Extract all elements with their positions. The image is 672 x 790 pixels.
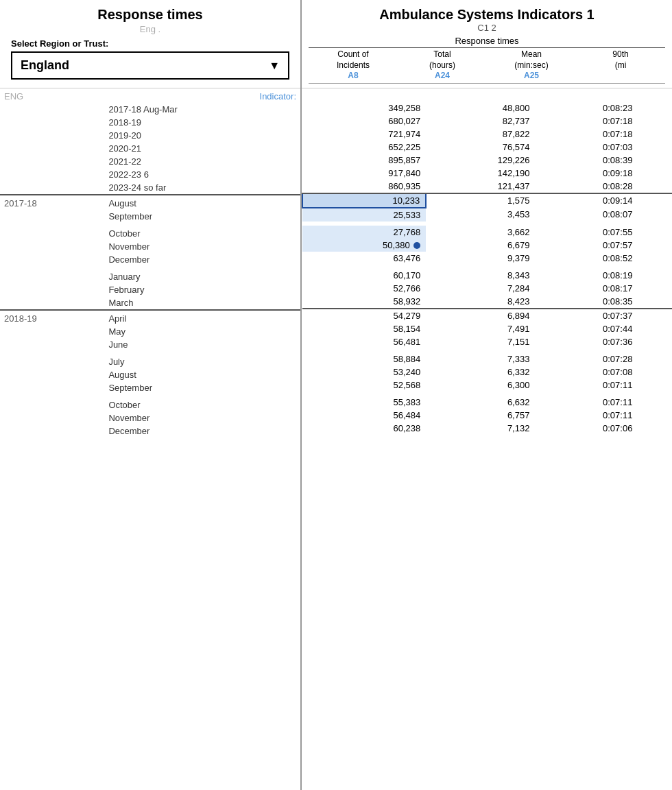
detail-total-0-1: 3,453 (426, 208, 535, 222)
detail-row: September (0, 381, 300, 394)
detail-total-0-3: 6,679 (426, 239, 535, 252)
summary-month-4: 2021-22 (104, 155, 300, 168)
detail-count-1-0: 54,279 (302, 309, 426, 322)
detail-total-1-4: 6,332 (426, 366, 535, 379)
detail-mean-0-2: 0:07:55 (535, 226, 638, 239)
right-summary-row-6: 860,935 121,437 0:08:28 (302, 180, 672, 193)
left-panel: Response times Eng . Select Region or Tr… (0, 0, 302, 790)
detail-count-0-1: 25,533 (302, 208, 426, 222)
detail-mean-1-8: 0:07:06 (535, 422, 638, 435)
right-summary-row-1: 680,027 82,737 0:07:18 (302, 115, 672, 128)
detail-mean-0-4: 0:08:52 (535, 252, 638, 265)
detail-total-0-4: 9,379 (426, 252, 535, 265)
right-detail-row-1-5: 52,568 6,300 0:07:11 (302, 379, 672, 392)
right-detail-row-0-2: 27,768 3,662 0:07:55 (302, 226, 672, 239)
detail-row: October (0, 398, 300, 411)
summary-mean-4: 0:08:39 (535, 154, 638, 167)
detail-mean-0-3: 0:07:57 (535, 239, 638, 252)
summary-row: 2018-19 (0, 116, 300, 129)
detail-mean-0-1: 0:08:07 (535, 208, 638, 222)
col-header-90th: 90th(mi (576, 49, 665, 82)
detail-count-1-3: 58,884 (302, 352, 426, 366)
summary-row: 2023-24 so far (0, 181, 300, 195)
detail-row: September (0, 210, 300, 223)
summary-total-2: 87,822 (426, 128, 535, 141)
chevron-down-icon: ▼ (269, 60, 280, 72)
right-detail-row-1-7: 56,484 6,757 0:07:11 (302, 409, 672, 422)
summary-month-1: 2018-19 (104, 116, 300, 129)
detail-count-0-7: 58,932 (302, 295, 426, 309)
detail-row: March (0, 296, 300, 310)
summary-count-6: 860,935 (302, 180, 426, 193)
detail-month-1-8: December (104, 424, 300, 438)
detail-mean-1-6: 0:07:11 (535, 396, 638, 409)
detail-row: February (0, 283, 300, 296)
summary-mean-6: 0:08:28 (535, 180, 638, 193)
detail-count-0-0[interactable]: 10,233 (302, 193, 426, 208)
summary-month-0: 2017-18 Aug-Mar (104, 103, 300, 116)
right-detail-row-1-4: 53,240 6,332 0:07:08 (302, 366, 672, 379)
right-detail-row-1-0: 54,279 6,894 0:07:37 (302, 309, 672, 322)
detail-total-1-7: 6,757 (426, 409, 535, 422)
detail-month-0-7: March (104, 296, 300, 310)
detail-mean-1-2: 0:07:36 (535, 335, 638, 348)
detail-month-1-6: October (104, 398, 300, 411)
detail-row: July (0, 355, 300, 368)
detail-count-0-6: 52,766 (302, 282, 426, 295)
detail-mean-1-3: 0:07:28 (535, 352, 638, 366)
selection-dot (413, 242, 420, 249)
detail-row: January (0, 270, 300, 283)
summary-mean-3: 0:07:03 (535, 141, 638, 154)
detail-total-1-1: 7,491 (426, 322, 535, 335)
right-header: Ambulance Systems Indicators 1 C1 2 Resp… (302, 0, 672, 88)
right-detail-row-0-1: 25,533 3,453 0:08:07 (302, 208, 672, 222)
right-detail-row-1-2: 56,481 7,151 0:07:36 (302, 335, 672, 348)
detail-month-0-2: October (104, 227, 300, 240)
col-header-mean: Mean(min:sec) A25 (487, 49, 576, 82)
detail-month-0-1: September (104, 210, 300, 223)
right-main-title: Ambulance Systems Indicators 1 (309, 7, 665, 23)
summary-mean-5: 0:09:18 (535, 167, 638, 180)
detail-month-0-6: February (104, 283, 300, 296)
right-detail-row-0-7: 58,932 8,423 0:08:35 (302, 295, 672, 309)
col-indicator-a8: A8 (309, 71, 398, 82)
detail-month-1-0: April (104, 310, 300, 325)
detail-total-1-6: 6,632 (426, 396, 535, 409)
detail-month-0-0: August (104, 195, 300, 210)
right-panel: Ambulance Systems Indicators 1 C1 2 Resp… (302, 0, 672, 790)
detail-row: August (0, 368, 300, 381)
detail-count-1-4: 53,240 (302, 366, 426, 379)
detail-count-1-5: 52,568 (302, 379, 426, 392)
region-dropdown[interactable]: England ▼ (11, 51, 289, 80)
left-header: Response times Eng . Select Region or Tr… (0, 0, 300, 88)
summary-count-1: 680,027 (302, 115, 426, 128)
detail-total-0-6: 7,284 (426, 282, 535, 295)
summary-mean-2: 0:07:18 (535, 128, 638, 141)
detail-total-1-2: 7,151 (426, 335, 535, 348)
summary-total-0: 48,800 (426, 101, 535, 115)
detail-month-1-1: May (104, 325, 300, 338)
detail-total-0-2: 3,662 (426, 226, 535, 239)
detail-mean-1-4: 0:07:08 (535, 366, 638, 379)
col-indicator-a25: A25 (487, 71, 576, 82)
right-detail-row-0-3: 50,380 6,679 0:07:57 (302, 239, 672, 252)
detail-month-1-4: August (104, 368, 300, 381)
detail-count-0-5: 60,170 (302, 269, 426, 282)
region-label: Select Region or Trust: (11, 38, 289, 49)
subtitle-eng: Eng (140, 24, 156, 34)
dropdown-value: England (21, 58, 69, 73)
col-label-total: Total(hours) (398, 49, 487, 71)
summary-row: 2021-22 (0, 155, 300, 168)
col-indicator-90th (576, 71, 665, 82)
detail-month-1-5: September (104, 381, 300, 394)
summary-count-5: 917,840 (302, 167, 426, 180)
detail-month-1-2: June (104, 338, 300, 351)
summary-count-2: 721,974 (302, 128, 426, 141)
summary-count-4: 895,857 (302, 154, 426, 167)
detail-count-1-7: 56,484 (302, 409, 426, 422)
summary-mean-1: 0:07:18 (535, 115, 638, 128)
right-detail-row-1-1: 58,154 7,491 0:07:44 (302, 322, 672, 335)
col-header-total: Total(hours) A24 (398, 49, 487, 82)
detail-count-0-3: 50,380 (302, 239, 426, 252)
detail-total-1-5: 6,300 (426, 379, 535, 392)
